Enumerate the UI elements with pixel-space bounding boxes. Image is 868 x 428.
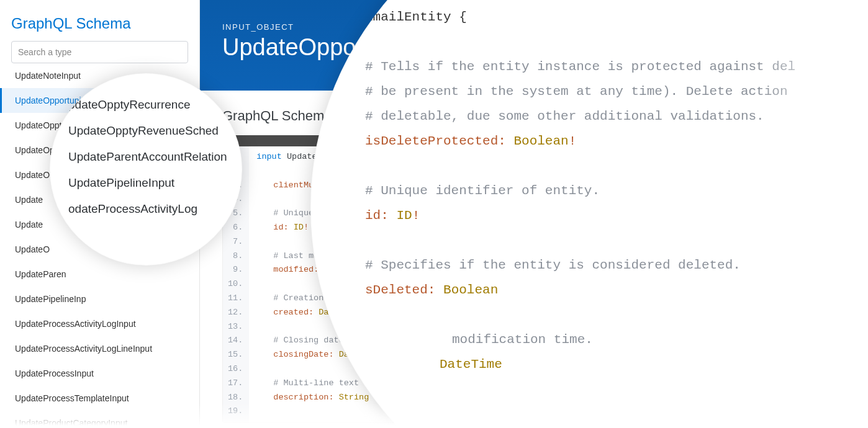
zoom-code-line	[365, 228, 868, 253]
zoom-code-line: # Unique identifier of entity.	[365, 179, 868, 203]
zoom-code-line	[365, 303, 868, 328]
zoom-code-line: EmailEntity {	[365, 5, 868, 30]
zoom-list-item: odateProcessActivityLog	[68, 196, 242, 222]
line-number: 6.	[228, 221, 243, 235]
zoom-lens-right-content: EmailEntity { # Tells if the entity inst…	[365, 5, 868, 377]
zoom-code-line: # be present in the system at any time).…	[365, 79, 868, 104]
zoom-lens-right: EmailEntity { # Tells if the entity inst…	[310, 0, 868, 428]
sidebar-item[interactable]: UpdatePipelineInp	[0, 287, 199, 311]
zoom-code-line	[365, 154, 868, 179]
zoom-code-line: id: ID!	[365, 203, 868, 228]
search-input[interactable]	[11, 41, 188, 63]
sidebar-item[interactable]: UpdateProcessActivityLogLineInput	[0, 336, 199, 361]
line-number: 18.	[228, 391, 243, 405]
line-number: 13.	[228, 320, 243, 334]
sidebar-item[interactable]: UpdateProcessActivityLogInput	[0, 311, 199, 336]
zoom-code-line: DateTime	[365, 352, 868, 377]
line-number: 11.	[228, 292, 243, 306]
line-number: 17.	[228, 377, 243, 391]
zoom-list-item: UpdateOpptyRevenueSched	[68, 118, 242, 144]
line-number: 15.	[228, 348, 243, 362]
line-number: 10.	[228, 277, 243, 292]
line-number: 16.	[228, 362, 243, 377]
line-number: 8.	[228, 249, 243, 264]
zoom-code-line	[365, 30, 868, 55]
zoom-code-line: # Specifies if the entity is considered …	[365, 253, 868, 278]
zoom-lens-left: pdateOpptyRecurrenceUpdateOpptyRevenueSc…	[50, 73, 242, 265]
search-container	[0, 41, 199, 69]
line-number: 9.	[228, 263, 243, 277]
zoom-code-line: modification time.	[365, 328, 868, 352]
zoom-lens-left-content: pdateOpptyRecurrenceUpdateOpptyRevenueSc…	[68, 92, 242, 259]
line-number: 7.	[228, 235, 243, 249]
line-number: 14.	[228, 334, 243, 348]
line-number: 19.	[228, 404, 243, 419]
sidebar-title: GraphQL Schema	[0, 0, 199, 41]
sidebar-item[interactable]: UpdateProcessTemplateInput	[0, 386, 199, 411]
sidebar-item[interactable]: UpdateProcessInput	[0, 361, 199, 386]
sidebar-item[interactable]: UpdateParen	[0, 262, 199, 287]
zoom-code-line: # Tells if the entity instance is protec…	[365, 55, 868, 79]
zoom-code-line: # deletable, due some other additional v…	[365, 104, 868, 129]
sidebar-item[interactable]: UpdateProductCategoryInput	[0, 411, 199, 428]
zoom-code-line: sDeleted: Boolean	[365, 278, 868, 303]
line-number: 12.	[228, 306, 243, 320]
zoom-list-item: UpdatePipelineInput	[68, 170, 242, 196]
zoom-list-item: UpdateParentAccountRelation	[68, 144, 242, 170]
zoom-code-line: isDeleteProtected: Boolean!	[365, 129, 868, 154]
